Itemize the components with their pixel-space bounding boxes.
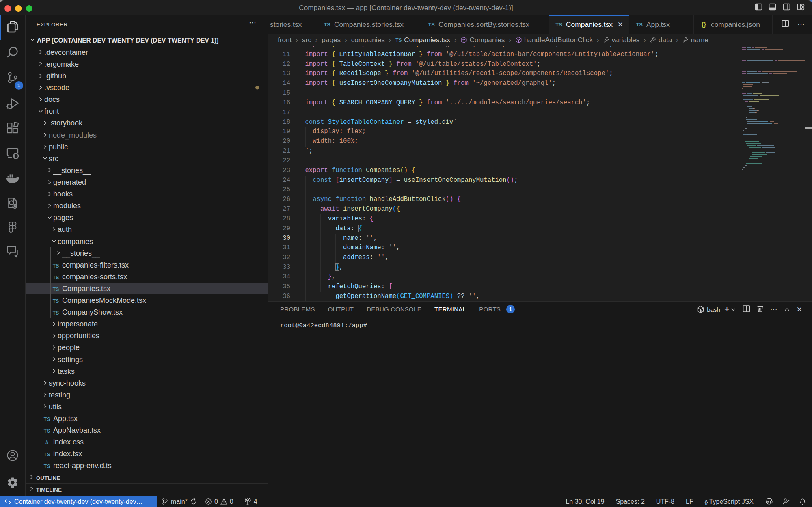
svg-text:$: $ xyxy=(701,309,703,312)
